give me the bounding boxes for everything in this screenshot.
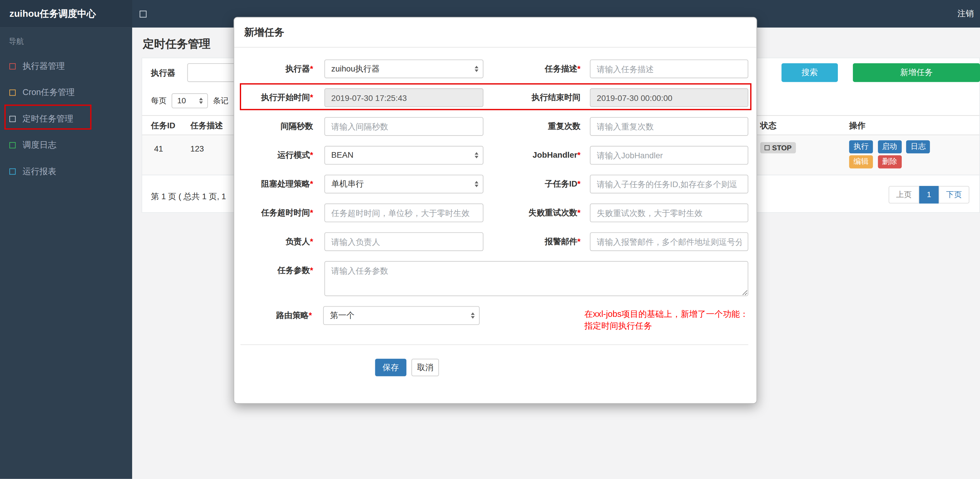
route-strategy-label: 路由策略*: [240, 306, 312, 332]
run-mode-select[interactable]: BEAN: [324, 146, 483, 165]
per-page-value: 10: [177, 97, 186, 105]
modal-body: 执行器* zuihou执行器 任务描述* 执行开始时间* 执行结束时间 间隔秒数…: [234, 48, 757, 376]
end-time-label: 执行结束时间: [484, 88, 581, 107]
sidebar-item-run-report[interactable]: 运行报表: [0, 158, 132, 185]
app-viewport: zuihou任务调度中心 注销 导航 执行器管理 Cron任务管理 定时任务管理…: [0, 0, 980, 479]
status-square-icon: [765, 145, 770, 150]
select-arrows-icon: [471, 312, 475, 319]
sidebar-item-label: 执行器管理: [23, 60, 65, 72]
start-button[interactable]: 启动: [878, 140, 901, 154]
block-strategy-select[interactable]: 单机串行: [324, 175, 483, 194]
interval-input[interactable]: [324, 117, 483, 136]
brand-logo: zuihou任务调度中心: [0, 0, 132, 28]
per-page-control: 每页 10 条记: [151, 93, 229, 108]
select-arrows-icon: [199, 98, 203, 104]
status-badge: STOP: [760, 142, 796, 153]
col-header-task-desc: 任务描述: [191, 116, 223, 136]
start-time-label: 执行开始时间*: [240, 88, 313, 107]
run-button[interactable]: 执行: [849, 140, 873, 154]
col-header-task-id: 任务ID: [151, 116, 175, 136]
action-buttons-row1: 执行 启动 日志: [849, 140, 932, 154]
job-desc-input[interactable]: [590, 59, 748, 78]
square-icon: [10, 89, 16, 95]
per-page-suffix: 条记: [213, 95, 228, 106]
interval-label: 间隔秒数: [240, 117, 313, 136]
child-job-id-label: 子任务ID*: [484, 175, 581, 194]
executor-select[interactable]: zuihou执行器: [324, 59, 483, 78]
status-text: STOP: [772, 144, 792, 151]
col-header-status: 状态: [760, 116, 776, 136]
square-icon: [10, 63, 16, 70]
square-icon: [10, 116, 16, 122]
page-title: 定时任务管理: [143, 36, 210, 51]
action-buttons-row2: 编辑 删除: [849, 155, 904, 169]
select-arrows-icon: [475, 152, 479, 158]
sidebar-toggle-icon[interactable]: [140, 11, 146, 18]
sidebar-section-label: 导航: [0, 28, 132, 53]
prev-page-button[interactable]: 上页: [888, 186, 919, 204]
col-header-actions: 操作: [849, 116, 865, 136]
end-time-input[interactable]: [590, 88, 748, 107]
sidebar-item-label: 运行报表: [23, 166, 57, 177]
sidebar-item-cron-task-mgmt[interactable]: Cron任务管理: [0, 80, 132, 106]
sidebar-item-label: Cron任务管理: [23, 87, 75, 98]
job-handler-label: JobHandler*: [484, 146, 581, 165]
sidebar: 导航 执行器管理 Cron任务管理 定时任务管理 调度日志 运行报表: [0, 28, 132, 479]
modal-title: 新增任务: [244, 27, 284, 37]
square-icon: [10, 168, 16, 175]
fail-retry-input[interactable]: [590, 204, 748, 223]
edit-button[interactable]: 编辑: [849, 155, 873, 169]
sidebar-item-label: 定时任务管理: [23, 113, 73, 124]
cell-task-id: 41: [154, 144, 163, 153]
owner-input[interactable]: [324, 232, 483, 251]
timeout-label: 任务超时时间*: [240, 204, 313, 223]
owner-label: 负责人*: [240, 232, 313, 251]
run-mode-label: 运行模式*: [240, 146, 313, 165]
executor-label: 执行器*: [240, 59, 313, 78]
next-page-button[interactable]: 下页: [939, 186, 969, 204]
add-task-button[interactable]: 新增任务: [853, 63, 980, 82]
block-strategy-label: 阻塞处理策略*: [240, 175, 313, 194]
feature-note-line1: 在xxl-jobs项目的基础上，新增了一个功能：: [584, 308, 748, 320]
log-button[interactable]: 日志: [906, 140, 930, 154]
repeat-input[interactable]: [590, 117, 748, 136]
job-params-textarea[interactable]: [324, 261, 748, 296]
search-button[interactable]: 搜索: [781, 63, 838, 82]
route-strategy-select[interactable]: 第一个: [323, 306, 479, 325]
child-job-id-input[interactable]: [590, 175, 748, 194]
feature-note: 在xxl-jobs项目的基础上，新增了一个功能： 指定时间执行任务: [584, 306, 748, 332]
current-page-button[interactable]: 1: [920, 186, 939, 204]
timeout-input[interactable]: [324, 204, 483, 223]
start-time-input[interactable]: [324, 88, 483, 107]
pagination: 上页 1 下页: [888, 186, 969, 204]
modal-header: 新增任务: [234, 18, 757, 48]
feature-note-line2: 指定时间执行任务: [584, 320, 748, 332]
job-params-label: 任务参数*: [240, 261, 313, 296]
select-arrows-icon: [475, 65, 479, 72]
cancel-button[interactable]: 取消: [411, 359, 439, 376]
modal-footer: 保存 取消: [240, 344, 748, 376]
save-button[interactable]: 保存: [375, 359, 406, 376]
per-page-prefix: 每页: [151, 95, 167, 106]
alarm-email-label: 报警邮件*: [484, 232, 581, 251]
cell-task-desc: 123: [191, 144, 204, 153]
sidebar-item-dispatch-log[interactable]: 调度日志: [0, 132, 132, 158]
job-handler-input[interactable]: [590, 146, 748, 165]
square-icon: [10, 142, 16, 148]
per-page-select[interactable]: 10: [172, 93, 208, 108]
executor-filter-label: 执行器: [151, 68, 175, 79]
pagination-summary: 第 1 页 ( 总共 1 页, 1: [151, 191, 226, 202]
sidebar-item-scheduled-task-mgmt[interactable]: 定时任务管理: [0, 106, 132, 132]
logout-link[interactable]: 注销: [957, 0, 974, 28]
sidebar-item-label: 调度日志: [23, 140, 57, 151]
sidebar-item-executor-mgmt[interactable]: 执行器管理: [0, 53, 132, 80]
add-task-modal: 新增任务 执行器* zuihou执行器 任务描述* 执行开始时间* 执行结束时间…: [234, 17, 757, 404]
fail-retry-label: 失败重试次数*: [484, 204, 581, 223]
repeat-label: 重复次数: [484, 117, 581, 136]
job-desc-label: 任务描述*: [484, 59, 581, 78]
delete-button[interactable]: 删除: [878, 155, 901, 169]
select-arrows-icon: [475, 181, 479, 187]
alarm-email-input[interactable]: [590, 232, 748, 251]
note-spacer: [480, 306, 575, 332]
